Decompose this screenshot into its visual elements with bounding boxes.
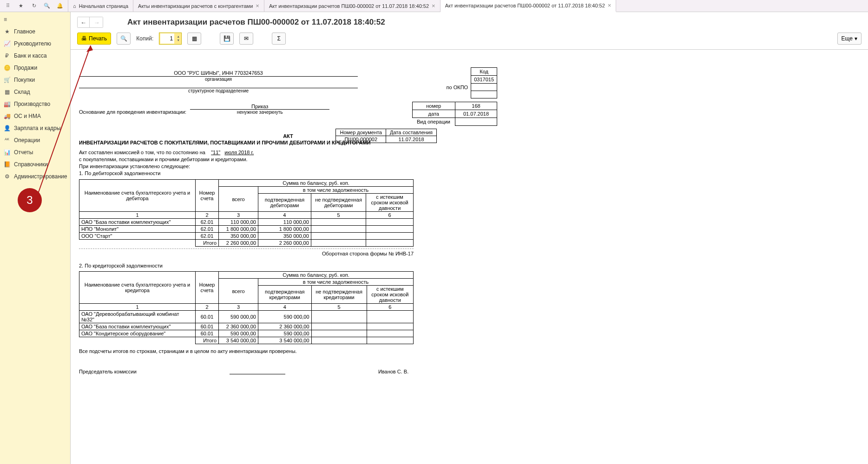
nav-forward-button[interactable]: → xyxy=(91,17,103,27)
chart-icon: 📈 xyxy=(4,40,10,47)
sidebar-label: Операции xyxy=(14,137,40,144)
code-table: Код 0317015 по ОКПО xyxy=(444,67,497,98)
docnum: ПШ00-000002 xyxy=(336,136,386,143)
number-label: номер xyxy=(412,102,455,110)
sidebar-item-catalogs[interactable]: 📙Справочники xyxy=(0,158,70,170)
sidebar: ≡ ★Главное 📈Руководителю ₽Банк и касса 🪙… xyxy=(0,12,71,464)
table-row: ОАО "База поставки комплектующих"62.0111… xyxy=(79,219,414,226)
sidebar-item-reports[interactable]: 📊Отчеты xyxy=(0,146,70,158)
sidebar-label: Производство xyxy=(14,101,50,107)
sum-button[interactable]: Σ xyxy=(272,33,286,45)
save-button[interactable]: 💾 xyxy=(220,33,234,45)
docdate: 11.07.2018 xyxy=(386,136,437,143)
book-icon: 📙 xyxy=(4,161,10,168)
copies-stepper[interactable]: ▲▼ xyxy=(159,33,182,45)
sidebar-item-purchases[interactable]: 🛒Покупки xyxy=(0,74,70,86)
code-header: Код xyxy=(471,68,497,76)
tab-act-2[interactable]: Акт инвентаризации расчетов ПШ00-000002 … xyxy=(441,0,617,12)
th-incl: в том числе задолженность xyxy=(258,187,414,194)
sidebar-item-assets[interactable]: 🚚ОС и НМА xyxy=(0,110,70,122)
printer-icon: 🖶 xyxy=(81,35,87,42)
close-icon[interactable]: × xyxy=(256,2,259,9)
number-date-table: номер168 дата01.07.2018 Вид операции xyxy=(412,102,497,126)
sidebar-label: Банк и касса xyxy=(14,52,47,59)
sidebar-item-bank[interactable]: ₽Банк и касса xyxy=(0,50,70,62)
sidebar-item-manager[interactable]: 📈Руководителю xyxy=(0,38,70,50)
sidebar-item-sales[interactable]: 🪙Продажи xyxy=(0,62,70,74)
sidebar-item-operations[interactable]: ᴬᴷОперации xyxy=(0,134,70,146)
tab-acts-list[interactable]: Акты инвентаризации расчетов с контраген… xyxy=(133,0,264,12)
export-button[interactable]: ▦ xyxy=(187,33,201,45)
sidebar-item-warehouse[interactable]: ▦Склад xyxy=(0,86,70,98)
para-day: "11" xyxy=(211,150,220,155)
tab-home[interactable]: ⌂ Начальная страница xyxy=(68,0,133,12)
factory-icon: 🏭 xyxy=(4,101,10,107)
basis-sub: ненужное зачеркнуть xyxy=(190,110,329,115)
table-total: Итого3 540 000,003 540 000,00 xyxy=(79,337,414,344)
nav-arrows: ← → xyxy=(77,17,103,28)
table-row: ОАО "База поставки комплектующих"60.012 … xyxy=(79,323,414,330)
sidebar-label: Справочники xyxy=(14,161,48,168)
th-expired: с истекшим сроком исковой давности xyxy=(366,194,414,212)
bell-icon[interactable]: 🔔 xyxy=(57,3,63,9)
section-header: 1. По дебиторской задолженности xyxy=(79,170,160,176)
sidebar-label: Склад xyxy=(14,89,30,95)
debtors-table: Наименование счета бухгалтерского учета … xyxy=(79,179,414,247)
close-icon[interactable]: × xyxy=(608,2,612,9)
search-icon[interactable]: 🔍 xyxy=(44,3,50,9)
sidebar-item-main[interactable]: ★Главное xyxy=(0,26,70,38)
cart-icon: 🛒 xyxy=(4,77,10,83)
docdate-hdr: Дата составления xyxy=(386,129,437,136)
para-month: июля 2018 г. xyxy=(224,150,254,155)
section-header: 2. По кредиторской задолженности xyxy=(79,263,497,268)
sidebar-label: ОС и НМА xyxy=(14,113,41,119)
table-row: ОАО "Деревообрабатывающий комбинат №32"6… xyxy=(79,311,414,323)
sidebar-label: Покупки xyxy=(14,77,35,83)
preview-button[interactable]: 🔍 xyxy=(117,33,131,45)
th-unconf: не подтвержденная кредиторами xyxy=(311,286,367,304)
toolbar: 🖶 Печать 🔍 Копий: ▲▼ ▦ 💾 ✉ Σ Еще ▾ xyxy=(71,31,868,50)
sidebar-label: Руководителю xyxy=(14,40,51,47)
sidebar-item-hr[interactable]: 👤Зарплата и кадры xyxy=(0,122,70,134)
page-title: Акт инвентаризации расчетов ПШ00-000002 … xyxy=(127,18,385,27)
spin-up-icon[interactable]: ▲ xyxy=(175,35,181,39)
sidebar-label: Главное xyxy=(14,28,35,35)
sidebar-item-production[interactable]: 🏭Производство xyxy=(0,98,70,110)
table-export-icon: ▦ xyxy=(192,35,197,42)
th-incl: в том числе задолженность xyxy=(258,279,414,286)
close-icon[interactable]: × xyxy=(432,2,435,9)
okpo-label: по ОКПО xyxy=(444,84,471,91)
email-button[interactable]: ✉ xyxy=(239,33,253,45)
person-icon: 👤 xyxy=(4,125,10,131)
sidebar-label: Продажи xyxy=(14,65,37,71)
spin-down-icon[interactable]: ▼ xyxy=(175,39,181,42)
th-sum: Сумма по балансу, руб. коп. xyxy=(219,180,414,187)
print-button[interactable]: 🖶 Печать xyxy=(77,33,111,45)
tab-act-1[interactable]: Акт инвентаризации расчетов ПШ00-000002 … xyxy=(264,0,441,12)
date-value: 01.07.2018 xyxy=(455,110,497,118)
doc-number-table: Номер документаДата составления ПШ00-000… xyxy=(335,129,437,143)
more-label: Еще xyxy=(842,35,853,42)
apps-icon[interactable]: ⠿ xyxy=(5,3,11,9)
code-value: 0317015 xyxy=(471,76,497,84)
star-icon[interactable]: ★ xyxy=(18,3,24,9)
menu-toggle-icon[interactable]: ≡ xyxy=(0,13,70,26)
nav-back-button[interactable]: ← xyxy=(78,17,90,27)
tab-label: Акты инвентаризации расчетов с контраген… xyxy=(138,3,253,9)
para-text: с покупателями, поставщиками и прочими д… xyxy=(79,157,248,162)
mail-icon: ✉ xyxy=(244,35,249,42)
more-button[interactable]: Еще ▾ xyxy=(837,33,861,45)
th-acc: Номер счета xyxy=(196,272,219,304)
document-area[interactable]: Код 0317015 по ОКПО ООО "РУС ШИНЫ", ИНН … xyxy=(71,50,868,464)
sidebar-item-admin[interactable]: ⚙Администрирование xyxy=(0,170,70,183)
sidebar-label: Зарплата и кадры xyxy=(14,125,60,131)
table-row: НПО "Монолит"62.011 800 000,001 800 000,… xyxy=(79,226,414,233)
chairman-label: Председатель комиссии xyxy=(79,369,137,374)
org-name: ООО "РУС ШИНЫ", ИНН 7703247653 xyxy=(79,70,358,77)
th-conf: подтвержденная дебиторами xyxy=(258,194,311,212)
th-unconf: не подтвержденная дебиторами xyxy=(311,194,366,212)
copies-input[interactable] xyxy=(160,33,174,44)
history-icon[interactable]: ↻ xyxy=(31,3,37,9)
akt-word: АКТ xyxy=(283,133,293,139)
org-sub: организация xyxy=(79,77,358,82)
